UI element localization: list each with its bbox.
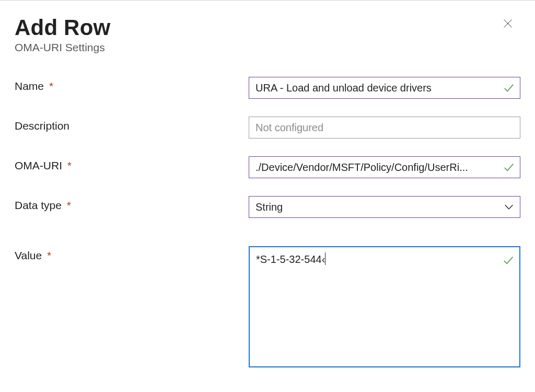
row-name: Name * URA - Load and unload device driv… (15, 77, 520, 99)
required-marker: * (49, 80, 53, 92)
description-placeholder: Not configured (255, 122, 497, 134)
label-text: Description (15, 120, 69, 132)
data-type-select[interactable]: String (249, 196, 520, 218)
add-row-panel: Add Row OMA-URI Settings Name * URA - Lo… (0, 0, 535, 392)
label-text: OMA-URI (15, 159, 62, 171)
label-value: Value * (15, 246, 249, 262)
close-button[interactable] (498, 14, 517, 33)
required-marker: * (67, 159, 72, 171)
oma-uri-form: Name * URA - Load and unload device driv… (15, 77, 520, 367)
row-description: Description Not configured (15, 117, 520, 139)
required-marker: * (47, 249, 51, 261)
panel-subtitle: OMA-URI Settings (15, 41, 520, 54)
oma-uri-value: ./Device/Vendor/MSFT/Policy/Config/UserR… (255, 162, 497, 174)
description-input[interactable]: Not configured (249, 117, 520, 139)
value-textarea-content: *S-1-5-32-544‹ (250, 247, 519, 271)
value-textarea[interactable]: *S-1-5-32-544‹ (249, 246, 520, 367)
label-data-type: Data type * (15, 196, 249, 212)
close-icon (503, 18, 513, 29)
check-icon (503, 162, 515, 173)
label-text: Data type (15, 199, 62, 211)
data-type-value: String (255, 201, 497, 213)
label-oma-uri: OMA-URI * (15, 156, 249, 172)
chevron-down-icon (503, 201, 515, 213)
text-caret (325, 252, 325, 265)
check-icon (503, 255, 514, 266)
label-description: Description (15, 117, 249, 132)
required-marker: * (67, 199, 71, 211)
row-oma-uri: OMA-URI * ./Device/Vendor/MSFT/Policy/Co… (15, 156, 520, 178)
value-text: *S-1-5-32-544‹ (256, 253, 325, 265)
name-input-value: URA - Load and unload device drivers (255, 82, 497, 94)
label-text: Name (15, 80, 44, 92)
panel-title: Add Row (15, 15, 520, 40)
label-text: Value (15, 249, 42, 261)
label-name: Name * (15, 77, 249, 93)
check-icon (503, 82, 515, 94)
name-input[interactable]: URA - Load and unload device drivers (249, 77, 520, 99)
row-data-type: Data type * String (15, 196, 520, 218)
oma-uri-input[interactable]: ./Device/Vendor/MSFT/Policy/Config/UserR… (249, 156, 520, 178)
row-value: Value * *S-1-5-32-544‹ (15, 246, 520, 367)
